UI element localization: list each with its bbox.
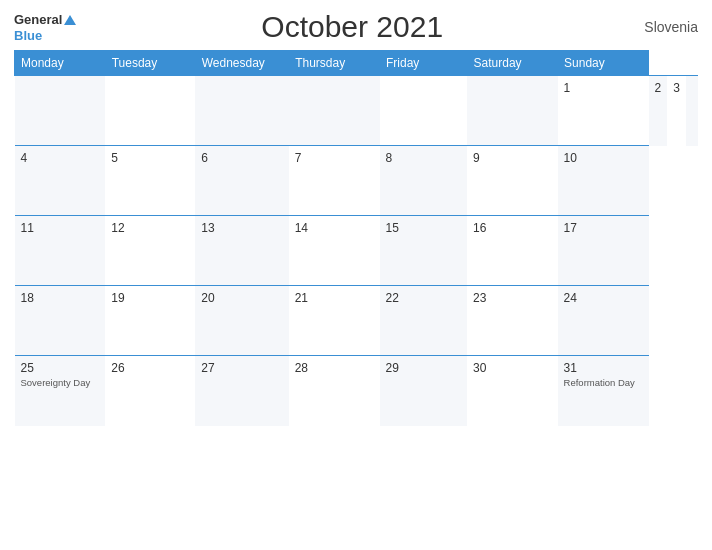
logo-text: General Blue — [14, 11, 76, 43]
day-number: 29 — [386, 361, 462, 375]
day-number: 10 — [564, 151, 643, 165]
day-cell-w2-d6: 17 — [558, 216, 649, 286]
day-cell-w3-d3: 21 — [289, 286, 380, 356]
day-cell-w1-d5: 9 — [467, 146, 557, 216]
day-cell-w4-d5: 30 — [467, 356, 557, 426]
day-cell-w4-d3: 28 — [289, 356, 380, 426]
calendar-container: General Blue October 2021 Slovenia Monda… — [0, 0, 712, 550]
day-number: 1 — [564, 81, 643, 95]
header-sunday: Sunday — [558, 51, 649, 76]
day-cell-w2-d3: 14 — [289, 216, 380, 286]
day-number: 17 — [564, 221, 643, 235]
week-row-2: 45678910 — [15, 146, 699, 216]
day-cell-w4-d0: 25Sovereignty Day — [15, 356, 106, 426]
logo-general: General — [14, 12, 62, 27]
week-row-3: 11121314151617 — [15, 216, 699, 286]
day-number: 6 — [201, 151, 282, 165]
day-cell-w0-d4: 2 — [649, 76, 668, 146]
day-number: 13 — [201, 221, 282, 235]
day-cell-w2-d2: 13 — [195, 216, 288, 286]
day-cell-w1-d1: 5 — [105, 146, 195, 216]
header-tuesday: Tuesday — [105, 51, 195, 76]
logo: General Blue — [14, 11, 76, 43]
day-cell-w1-d0: 4 — [15, 146, 106, 216]
day-number: 27 — [201, 361, 282, 375]
holiday-name: Reformation Day — [564, 377, 643, 388]
empty-cell-1 — [105, 76, 195, 146]
weekday-header-row: Monday Tuesday Wednesday Thursday Friday… — [15, 51, 699, 76]
empty-sunday — [686, 76, 698, 146]
day-cell-w3-d5: 23 — [467, 286, 557, 356]
week-row-1: 123 — [15, 76, 699, 146]
day-number: 8 — [386, 151, 462, 165]
day-cell-w3-d4: 22 — [380, 286, 468, 356]
day-number: 24 — [564, 291, 643, 305]
day-number: 31 — [564, 361, 643, 375]
header-friday: Friday — [380, 51, 468, 76]
header-wednesday: Wednesday — [195, 51, 288, 76]
day-number: 9 — [473, 151, 551, 165]
day-cell-w3-d0: 18 — [15, 286, 106, 356]
logo-blue: Blue — [14, 28, 42, 43]
day-number: 22 — [386, 291, 462, 305]
day-cell-w1-d3: 7 — [289, 146, 380, 216]
calendar-grid: Monday Tuesday Wednesday Thursday Friday… — [14, 50, 698, 426]
day-cell-w2-d1: 12 — [105, 216, 195, 286]
day-cell-w0-d0 — [289, 76, 380, 146]
empty-cell-2 — [195, 76, 288, 146]
day-cell-w1-d4: 8 — [380, 146, 468, 216]
day-number: 19 — [111, 291, 189, 305]
header-monday: Monday — [15, 51, 106, 76]
day-cell-w2-d4: 15 — [380, 216, 468, 286]
day-number: 7 — [295, 151, 374, 165]
day-cell-w4-d2: 27 — [195, 356, 288, 426]
day-cell-w4-d6: 31Reformation Day — [558, 356, 649, 426]
day-cell-w2-d5: 16 — [467, 216, 557, 286]
day-number: 20 — [201, 291, 282, 305]
day-cell-w0-d2 — [467, 76, 557, 146]
day-number: 18 — [21, 291, 100, 305]
day-cell-w4-d1: 26 — [105, 356, 195, 426]
country-name: Slovenia — [628, 19, 698, 35]
day-number: 15 — [386, 221, 462, 235]
day-cell-w1-d6: 10 — [558, 146, 649, 216]
header-saturday: Saturday — [467, 51, 557, 76]
week-row-4: 18192021222324 — [15, 286, 699, 356]
header-row: General Blue October 2021 Slovenia — [14, 10, 698, 44]
day-cell-w0-d1 — [380, 76, 468, 146]
day-cell-w4-d4: 29 — [380, 356, 468, 426]
day-cell-w2-d0: 11 — [15, 216, 106, 286]
day-number: 5 — [111, 151, 189, 165]
day-cell-w0-d5: 3 — [667, 76, 686, 146]
day-number: 28 — [295, 361, 374, 375]
day-number: 23 — [473, 291, 551, 305]
day-number: 3 — [673, 81, 680, 95]
day-cell-w1-d2: 6 — [195, 146, 288, 216]
day-number: 25 — [21, 361, 100, 375]
day-number: 14 — [295, 221, 374, 235]
day-cell-w0-d3: 1 — [558, 76, 649, 146]
day-number: 11 — [21, 221, 100, 235]
week-row-5: 25Sovereignty Day262728293031Reformation… — [15, 356, 699, 426]
day-number: 21 — [295, 291, 374, 305]
day-number: 4 — [21, 151, 100, 165]
day-number: 26 — [111, 361, 189, 375]
day-cell-w3-d2: 20 — [195, 286, 288, 356]
logo-triangle-icon — [64, 15, 76, 25]
day-cell-w3-d6: 24 — [558, 286, 649, 356]
month-title: October 2021 — [76, 10, 628, 44]
day-number: 30 — [473, 361, 551, 375]
empty-cell-0 — [15, 76, 106, 146]
header-thursday: Thursday — [289, 51, 380, 76]
holiday-name: Sovereignty Day — [21, 377, 100, 388]
day-cell-w3-d1: 19 — [105, 286, 195, 356]
day-number: 2 — [655, 81, 662, 95]
day-number: 12 — [111, 221, 189, 235]
day-number: 16 — [473, 221, 551, 235]
